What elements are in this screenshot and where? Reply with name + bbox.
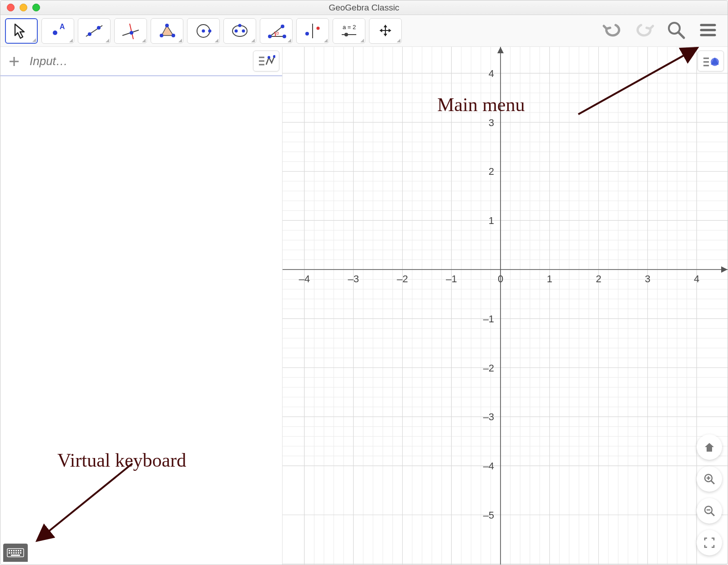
reflect-tool[interactable] bbox=[296, 18, 329, 44]
svg-text:2: 2 bbox=[596, 273, 601, 285]
home-button[interactable] bbox=[697, 434, 722, 460]
chevron-down-icon bbox=[32, 38, 36, 42]
chevron-down-icon bbox=[251, 39, 255, 42]
svg-point-16 bbox=[235, 29, 238, 32]
redo-button[interactable] bbox=[634, 20, 655, 42]
svg-point-26 bbox=[305, 32, 309, 36]
svg-point-22 bbox=[268, 35, 272, 38]
svg-text:–4: –4 bbox=[299, 273, 310, 285]
circle-tool[interactable] bbox=[187, 18, 220, 44]
svg-rect-188 bbox=[18, 552, 19, 554]
svg-rect-183 bbox=[20, 550, 21, 551]
conic-tool[interactable] bbox=[223, 18, 256, 44]
svg-text:–5: –5 bbox=[483, 509, 494, 521]
svg-point-7 bbox=[130, 31, 133, 35]
coordinate-grid: –4–3–2–101234–5–4–3–2–11234 bbox=[283, 47, 728, 565]
svg-rect-181 bbox=[15, 550, 17, 551]
zoom-out-button[interactable] bbox=[697, 498, 722, 524]
add-object-button[interactable] bbox=[4, 51, 24, 71]
svg-point-11 bbox=[172, 34, 175, 37]
svg-point-3 bbox=[88, 32, 91, 36]
svg-point-30 bbox=[344, 33, 348, 36]
graphics-style-button[interactable] bbox=[698, 51, 724, 71]
svg-text:–4: –4 bbox=[483, 460, 494, 472]
svg-point-0 bbox=[53, 31, 57, 35]
svg-text:0: 0 bbox=[498, 273, 503, 285]
angle-tool[interactable]: α bbox=[260, 18, 293, 44]
fullscreen-button[interactable] bbox=[697, 530, 722, 555]
algebra-input[interactable] bbox=[29, 53, 278, 70]
svg-point-18 bbox=[238, 24, 242, 27]
chevron-down-icon bbox=[360, 39, 364, 42]
chevron-down-icon bbox=[106, 39, 109, 42]
chevron-down-icon bbox=[324, 39, 328, 42]
svg-text:–3: –3 bbox=[348, 273, 359, 285]
window-title: GeoGebra Classic bbox=[0, 3, 728, 13]
point-tool[interactable]: A bbox=[41, 18, 74, 44]
svg-text:1: 1 bbox=[547, 273, 552, 285]
perpendicular-tool[interactable] bbox=[114, 18, 147, 44]
svg-rect-189 bbox=[20, 552, 21, 554]
svg-point-14 bbox=[208, 29, 212, 32]
svg-point-27 bbox=[317, 26, 320, 30]
titlebar: GeoGebra Classic bbox=[0, 0, 728, 15]
svg-text:–1: –1 bbox=[446, 273, 457, 285]
algebra-style-button[interactable] bbox=[253, 51, 279, 71]
virtual-keyboard-button[interactable] bbox=[3, 544, 28, 562]
chevron-down-icon bbox=[142, 39, 146, 42]
svg-text:–2: –2 bbox=[483, 362, 494, 374]
right-actions bbox=[602, 20, 718, 42]
svg-line-32 bbox=[678, 32, 684, 38]
svg-text:–2: –2 bbox=[397, 273, 408, 285]
svg-text:3: 3 bbox=[645, 273, 650, 285]
svg-point-10 bbox=[165, 24, 169, 27]
line-tool[interactable] bbox=[78, 18, 111, 44]
svg-rect-187 bbox=[15, 552, 17, 554]
svg-text:α: α bbox=[276, 31, 279, 36]
tool-buttons: A bbox=[5, 18, 402, 44]
zoom-in-button[interactable] bbox=[697, 466, 722, 492]
svg-point-41 bbox=[268, 56, 270, 59]
svg-rect-185 bbox=[11, 552, 12, 554]
svg-text:A: A bbox=[60, 23, 65, 31]
chevron-down-icon bbox=[178, 39, 182, 42]
svg-rect-186 bbox=[13, 552, 15, 554]
svg-rect-190 bbox=[11, 555, 20, 556]
svg-text:1: 1 bbox=[489, 215, 494, 226]
graphics-side-controls bbox=[697, 434, 722, 555]
content-area: –4–3–2–101234–5–4–3–2–11234 bbox=[0, 47, 728, 565]
app-window: GeoGebra Classic A bbox=[0, 0, 728, 565]
svg-point-13 bbox=[202, 29, 205, 32]
svg-line-171 bbox=[711, 481, 714, 484]
svg-rect-184 bbox=[9, 552, 10, 554]
move-view-tool[interactable] bbox=[369, 18, 402, 44]
svg-text:–1: –1 bbox=[483, 313, 494, 325]
svg-text:2: 2 bbox=[489, 166, 494, 177]
svg-line-175 bbox=[711, 513, 714, 516]
svg-rect-180 bbox=[13, 550, 15, 551]
svg-text:4: 4 bbox=[489, 68, 494, 79]
svg-rect-182 bbox=[18, 550, 19, 551]
svg-point-24 bbox=[281, 25, 284, 28]
svg-text:3: 3 bbox=[489, 117, 494, 128]
chevron-down-icon bbox=[288, 39, 291, 42]
svg-point-9 bbox=[160, 34, 163, 37]
svg-point-17 bbox=[242, 29, 245, 32]
search-button[interactable] bbox=[666, 20, 687, 42]
svg-rect-179 bbox=[11, 550, 12, 551]
slider-tool[interactable]: a = 2 bbox=[333, 18, 365, 44]
main-toolbar: A bbox=[0, 15, 728, 47]
polygon-tool[interactable] bbox=[151, 18, 183, 44]
svg-rect-178 bbox=[9, 550, 10, 551]
main-menu-button[interactable] bbox=[698, 20, 718, 42]
move-tool[interactable] bbox=[5, 18, 38, 44]
algebra-view bbox=[0, 47, 283, 565]
graphics-view[interactable]: –4–3–2–101234–5–4–3–2–11234 bbox=[283, 47, 728, 565]
svg-text:a = 2: a = 2 bbox=[343, 24, 356, 31]
svg-text:4: 4 bbox=[694, 273, 699, 285]
input-row bbox=[0, 47, 282, 76]
chevron-down-icon bbox=[215, 39, 218, 42]
svg-point-23 bbox=[283, 35, 286, 38]
chevron-down-icon bbox=[69, 39, 73, 42]
undo-button[interactable] bbox=[602, 20, 623, 42]
